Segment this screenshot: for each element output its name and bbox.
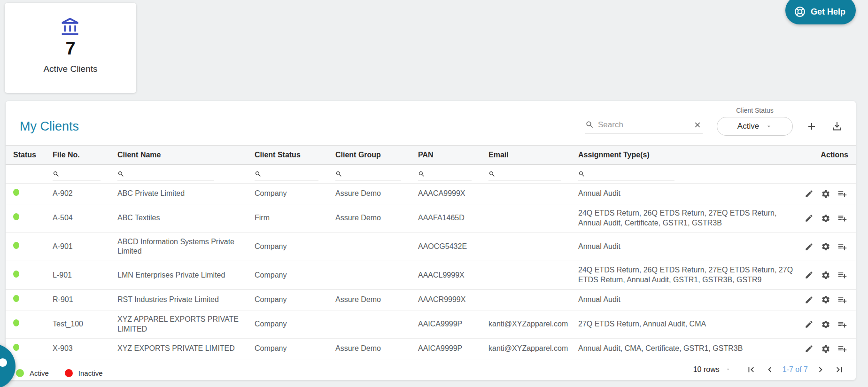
- status-legend: Active Inactive: [16, 369, 103, 377]
- download-icon[interactable]: [830, 120, 844, 133]
- global-search[interactable]: [585, 120, 703, 133]
- add-assignment-icon[interactable]: [837, 241, 848, 253]
- add-assignment-icon[interactable]: [837, 318, 848, 330]
- cell-client-status: Company: [255, 289, 335, 310]
- filter-assignment-types-input[interactable]: [588, 170, 674, 178]
- bank-icon: [60, 17, 81, 38]
- status-dot-icon: [13, 189, 19, 196]
- filter-assignment-types[interactable]: [578, 170, 674, 180]
- status-dot-icon: [13, 242, 19, 249]
- client-settings-icon[interactable]: [820, 270, 831, 281]
- table-row[interactable]: A-902 ABC Private Limited Company Assure…: [6, 184, 856, 204]
- cell-client-status: Firm: [255, 204, 335, 233]
- edit-client-icon[interactable]: [804, 294, 814, 305]
- search-icon: [578, 170, 585, 178]
- add-client-button[interactable]: [805, 120, 818, 133]
- edit-client-icon[interactable]: [804, 213, 814, 224]
- edit-client-icon[interactable]: [804, 241, 814, 252]
- next-page-button[interactable]: [814, 364, 827, 376]
- col-file-no: File No.: [53, 146, 117, 165]
- cell-client-group: [335, 261, 418, 290]
- cell-assignment-types: Annual Audit, CMA, Certificate, GSTR1, G…: [578, 339, 799, 359]
- column-filter-row: [6, 165, 856, 184]
- client-settings-icon[interactable]: [820, 213, 831, 224]
- client-settings-icon[interactable]: [820, 241, 831, 252]
- table-footer: 10 rows 1-7 of 7: [6, 359, 856, 380]
- search-input[interactable]: [598, 120, 689, 130]
- table-row[interactable]: R-901 RST Industries Private Limited Com…: [6, 289, 856, 310]
- cell-assignment-types: 24Q ETDS Return, 26Q ETDS Return, 27EQ E…: [578, 261, 799, 290]
- cell-file-no: R-901: [53, 289, 117, 310]
- filter-client-status[interactable]: [255, 170, 318, 180]
- filter-pan-input[interactable]: [428, 170, 472, 178]
- cell-pan: AAICA9999P: [418, 310, 488, 339]
- client-settings-icon[interactable]: [820, 294, 831, 305]
- rows-per-page-value: 10 rows: [693, 365, 720, 374]
- get-help-button[interactable]: Get Help: [785, 0, 856, 24]
- rows-per-page-select[interactable]: 10 rows: [693, 365, 731, 374]
- table-row[interactable]: A-901 ABCD Information Systems Private L…: [6, 232, 856, 261]
- cell-file-no: Test_100: [53, 310, 117, 339]
- search-icon: [418, 170, 425, 178]
- table-row[interactable]: A-504 ABC Textiles Firm Assure Demo AAAF…: [6, 204, 856, 233]
- table-row[interactable]: L-901 LMN Enterprises Private Limited Co…: [6, 261, 856, 290]
- get-help-label: Get Help: [811, 7, 845, 17]
- filter-pan[interactable]: [418, 170, 472, 180]
- cell-client-name: RST Industries Private Limited: [117, 289, 255, 310]
- client-settings-icon[interactable]: [820, 343, 831, 355]
- add-assignment-icon[interactable]: [837, 212, 848, 224]
- cell-client-group: [335, 310, 418, 339]
- cell-file-no: A-504: [53, 204, 117, 233]
- client-status-select[interactable]: Active: [717, 117, 793, 136]
- status-dot-icon: [13, 344, 19, 351]
- clear-search-icon[interactable]: [692, 120, 703, 130]
- chevron-down-icon: [725, 365, 731, 372]
- add-assignment-icon[interactable]: [837, 343, 848, 355]
- filter-actions-empty: [799, 165, 856, 184]
- edit-client-icon[interactable]: [804, 270, 814, 280]
- clients-table: Status File No. Client Name Client Statu…: [6, 145, 856, 359]
- table-row[interactable]: X-903 XYZ EXPORTS PRIVATE LIMITED Compan…: [6, 339, 856, 359]
- cell-assignment-types: Annual Audit: [578, 289, 799, 310]
- client-status-filter-label: Client Status: [736, 107, 773, 114]
- active-clients-card[interactable]: 7 Active Clients: [5, 3, 136, 93]
- status-dot-icon: [13, 271, 19, 278]
- panel-toolbar: My Clients Client Status Active: [6, 101, 856, 145]
- filter-client-name[interactable]: [117, 170, 214, 180]
- search-icon: [335, 170, 342, 178]
- edit-client-icon[interactable]: [804, 343, 814, 354]
- filter-file-no[interactable]: [53, 170, 101, 180]
- cell-file-no: A-901: [53, 232, 117, 261]
- last-page-button[interactable]: [833, 364, 845, 376]
- cell-email: [488, 289, 578, 310]
- add-assignment-icon[interactable]: [837, 269, 848, 281]
- previous-page-button[interactable]: [764, 364, 776, 376]
- filter-client-name-input[interactable]: [127, 170, 214, 178]
- cell-assignment-types: Annual Audit: [578, 184, 799, 204]
- table-row[interactable]: Test_100 XYZ APPAREL EXPORTS PRIVATE LIM…: [6, 310, 856, 339]
- filter-client-status-input[interactable]: [264, 170, 318, 178]
- col-client-name: Client Name: [117, 146, 255, 165]
- filter-email[interactable]: [488, 170, 561, 180]
- page-range: 1-7 of 7: [783, 365, 808, 374]
- add-assignment-icon[interactable]: [837, 188, 848, 200]
- client-settings-icon[interactable]: [820, 319, 831, 330]
- cell-email: [488, 204, 578, 233]
- edit-client-icon[interactable]: [804, 188, 814, 199]
- status-dot-icon: [13, 295, 19, 302]
- filter-status-empty: [6, 165, 53, 184]
- add-assignment-icon[interactable]: [837, 294, 848, 306]
- filter-client-group-input[interactable]: [345, 170, 401, 178]
- first-page-button[interactable]: [745, 364, 757, 376]
- client-settings-icon[interactable]: [820, 188, 831, 200]
- search-icon: [53, 170, 60, 178]
- search-icon: [488, 170, 496, 178]
- edit-client-icon[interactable]: [804, 319, 814, 330]
- cell-client-name: ABC Private Limited: [117, 184, 255, 204]
- filter-email-input[interactable]: [498, 170, 561, 178]
- cell-pan: AAACL9999X: [418, 261, 488, 290]
- filter-file-no-input[interactable]: [62, 170, 101, 178]
- col-assignment-types: Assignment Type(s): [578, 146, 799, 165]
- legend-active: Active: [16, 369, 49, 377]
- filter-client-group[interactable]: [335, 170, 401, 180]
